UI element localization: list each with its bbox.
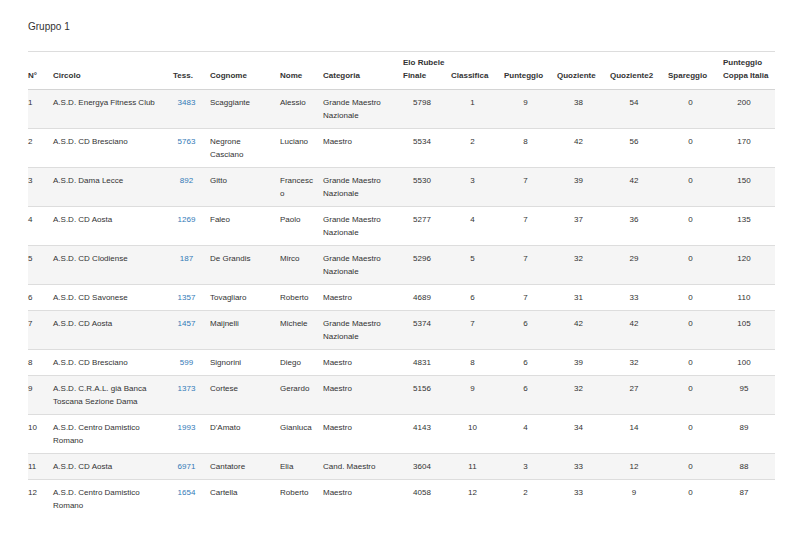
tess-link[interactable]: 1269 [178, 215, 196, 224]
col-header-nome: Nome [280, 52, 323, 90]
cell-categoria: Maestro [323, 415, 403, 454]
header-row: N°CircoloTess.CognomeNomeCategoriaElo Ru… [28, 52, 775, 90]
group-title: Gruppo 1 [28, 21, 775, 33]
table-row: 7A.S.D. CD Aosta1457MaijnelliMicheleGran… [28, 311, 775, 350]
tess-link[interactable]: 187 [180, 254, 193, 263]
cell-punteggio: 7 [504, 285, 557, 311]
cell-classifica: 8 [451, 350, 504, 376]
tess-link[interactable]: 3483 [178, 98, 196, 107]
col-header-coppa: Punteggio Coppa Italia [723, 52, 775, 90]
cell-n: 11 [28, 454, 53, 480]
cell-circolo: A.S.D. C.R.A.L. già Banca Toscana Sezion… [53, 376, 173, 415]
cell-cognome: Signorini [210, 350, 280, 376]
cell-quoziente: 42 [557, 311, 610, 350]
tess-link[interactable]: 1457 [178, 319, 196, 328]
cell-classifica: 3 [451, 168, 504, 207]
cell-circolo: A.S.D. CD Aosta [53, 207, 173, 246]
cell-categoria: Maestro [323, 350, 403, 376]
tess-link[interactable]: 1654 [178, 488, 196, 497]
table-row: 11A.S.D. CD Aosta6971CantatoreEliaCand. … [28, 454, 775, 480]
cell-nome: Paolo [280, 207, 323, 246]
cell-coppa: 200 [723, 90, 775, 129]
cell-punteggio: 7 [504, 207, 557, 246]
tess-link[interactable]: 1373 [178, 384, 196, 393]
cell-categoria: Grande Maestro Nazionale [323, 246, 403, 285]
cell-quoziente: 34 [557, 415, 610, 454]
table-row: 8A.S.D. CD Bresciano599SignoriniDiegoMae… [28, 350, 775, 376]
cell-circolo: A.S.D. CD Aosta [53, 454, 173, 480]
cell-tess: 187 [173, 246, 210, 285]
cell-circolo: A.S.D. Dama Lecce [53, 168, 173, 207]
cell-cognome: De Grandis [210, 246, 280, 285]
cell-quoziente: 33 [557, 480, 610, 519]
tess-link[interactable]: 892 [180, 176, 193, 185]
cell-quoziente: 33 [557, 454, 610, 480]
cell-classifica: 2 [451, 129, 504, 168]
cell-categoria: Cand. Maestro [323, 454, 403, 480]
cell-classifica: 7 [451, 311, 504, 350]
cell-categoria: Maestro [323, 480, 403, 519]
cell-classifica: 5 [451, 246, 504, 285]
tess-link[interactable]: 1357 [178, 293, 196, 302]
col-header-n: N° [28, 52, 53, 90]
cell-circolo: A.S.D. CD Bresciano [53, 350, 173, 376]
cell-circolo: A.S.D. CD Aosta [53, 311, 173, 350]
col-header-categoria: Categoria [323, 52, 403, 90]
col-header-quoziente2: Quoziente2 [610, 52, 668, 90]
tess-link[interactable]: 6971 [178, 462, 196, 471]
table-row: 3A.S.D. Dama Lecce892GittoFrancescoGrand… [28, 168, 775, 207]
tess-link[interactable]: 599 [180, 358, 193, 367]
cell-quoziente: 38 [557, 90, 610, 129]
cell-punteggio: 3 [504, 454, 557, 480]
cell-nome: Diego [280, 350, 323, 376]
cell-quoziente2: 42 [610, 311, 668, 350]
tess-link[interactable]: 1993 [178, 423, 196, 432]
cell-classifica: 12 [451, 480, 504, 519]
cell-nome: Gerardo [280, 376, 323, 415]
cell-elo: 5798 [403, 90, 451, 129]
cell-classifica: 11 [451, 454, 504, 480]
table-row: 4A.S.D. CD Aosta1269FaleoPaoloGrande Mae… [28, 207, 775, 246]
cell-elo: 5374 [403, 311, 451, 350]
cell-quoziente: 31 [557, 285, 610, 311]
tess-link[interactable]: 5763 [178, 137, 196, 146]
cell-punteggio: 8 [504, 129, 557, 168]
cell-quoziente: 37 [557, 207, 610, 246]
cell-coppa: 150 [723, 168, 775, 207]
cell-nome: Alessio [280, 90, 323, 129]
cell-spareggio: 0 [668, 207, 723, 246]
cell-spareggio: 0 [668, 246, 723, 285]
col-header-circolo: Circolo [53, 52, 173, 90]
cell-spareggio: 0 [668, 415, 723, 454]
cell-classifica: 6 [451, 285, 504, 311]
cell-circolo: A.S.D. CD Savonese [53, 285, 173, 311]
cell-elo: 5534 [403, 129, 451, 168]
col-header-cognome: Cognome [210, 52, 280, 90]
cell-spareggio: 0 [668, 311, 723, 350]
cell-categoria: Grande Maestro Nazionale [323, 207, 403, 246]
cell-quoziente2: 54 [610, 90, 668, 129]
cell-elo: 5156 [403, 376, 451, 415]
table-header: N°CircoloTess.CognomeNomeCategoriaElo Ru… [28, 52, 775, 90]
cell-cognome: Faleo [210, 207, 280, 246]
cell-quoziente: 32 [557, 246, 610, 285]
cell-tess: 3483 [173, 90, 210, 129]
cell-punteggio: 6 [504, 350, 557, 376]
cell-n: 8 [28, 350, 53, 376]
cell-elo: 5277 [403, 207, 451, 246]
cell-punteggio: 9 [504, 90, 557, 129]
cell-punteggio: 7 [504, 168, 557, 207]
cell-spareggio: 0 [668, 376, 723, 415]
cell-tess: 1654 [173, 480, 210, 519]
cell-nome: Mirco [280, 246, 323, 285]
cell-quoziente2: 42 [610, 168, 668, 207]
cell-circolo: A.S.D. CD Bresciano [53, 129, 173, 168]
cell-punteggio: 6 [504, 376, 557, 415]
cell-circolo: A.S.D. Centro Damistico Romano [53, 480, 173, 519]
cell-spareggio: 0 [668, 90, 723, 129]
cell-categoria: Maestro [323, 129, 403, 168]
cell-coppa: 87 [723, 480, 775, 519]
cell-quoziente2: 9 [610, 480, 668, 519]
col-header-tess: Tess. [173, 52, 210, 90]
cell-cognome: Cortese [210, 376, 280, 415]
